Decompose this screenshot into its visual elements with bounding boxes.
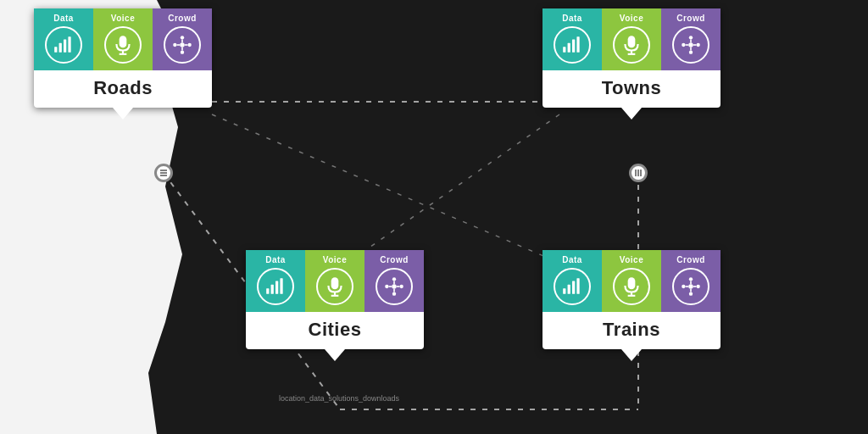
towns-voice-label: Voice — [620, 14, 643, 23]
svg-point-15 — [181, 36, 184, 39]
towns-voice-block: Voice — [602, 8, 661, 70]
cities-voice-icon — [316, 268, 353, 305]
svg-rect-58 — [576, 278, 579, 293]
towns-crowd-block: Crowd — [661, 8, 721, 70]
trains-title: Trains — [542, 312, 721, 349]
roads-data-icon — [45, 26, 82, 64]
roads-data-block: Data — [34, 8, 93, 70]
svg-rect-23 — [563, 47, 565, 52]
cities-voice-label: Voice — [323, 255, 347, 264]
svg-rect-8 — [59, 43, 62, 53]
svg-rect-55 — [563, 288, 565, 294]
svg-rect-39 — [266, 288, 269, 294]
cities-crowd-label: Crowd — [380, 255, 409, 264]
cities-pointer — [325, 349, 345, 361]
roads-title: Roads — [34, 70, 212, 108]
svg-point-49 — [385, 285, 388, 288]
svg-rect-59 — [628, 277, 636, 289]
trains-voice-block: Voice — [602, 250, 661, 312]
cities-data-label: Data — [265, 255, 286, 264]
svg-point-32 — [689, 51, 693, 54]
card-trains-icons: Data Voice Crowd — [542, 250, 721, 312]
card-towns: Data Voice Crowd — [542, 8, 721, 108]
towns-crowd-label: Crowd — [676, 14, 705, 23]
cities-crowd-block: Crowd — [364, 250, 424, 312]
svg-rect-42 — [280, 278, 282, 293]
cities-title: Cities — [246, 312, 424, 349]
svg-rect-10 — [68, 36, 70, 52]
trains-crowd-icon — [672, 268, 709, 305]
svg-point-62 — [688, 284, 693, 288]
svg-point-31 — [689, 36, 693, 39]
trains-pointer — [621, 349, 642, 361]
trains-voice-icon — [613, 268, 650, 305]
svg-point-30 — [688, 42, 693, 47]
trains-data-block: Data — [542, 250, 602, 312]
roads-voice-block: Voice — [93, 8, 153, 70]
svg-point-50 — [400, 285, 403, 288]
svg-point-17 — [173, 43, 176, 47]
svg-rect-11 — [120, 36, 127, 47]
svg-point-18 — [188, 43, 192, 47]
trains-voice-label: Voice — [620, 255, 643, 264]
roads-crowd-icon — [164, 26, 201, 64]
roads-voice-icon — [104, 26, 142, 64]
card-towns-icons: Data Voice Crowd — [542, 8, 721, 70]
trains-crowd-block: Crowd — [661, 250, 721, 312]
trains-crowd-label: Crowd — [676, 255, 705, 264]
svg-rect-43 — [331, 277, 339, 289]
node-roads — [154, 164, 173, 182]
towns-title: Towns — [542, 70, 721, 108]
cities-data-block: Data — [246, 250, 305, 312]
svg-point-34 — [697, 43, 700, 47]
svg-rect-40 — [271, 285, 274, 294]
card-cities-icons: Data Voice Crowd — [246, 250, 424, 312]
cities-data-icon — [257, 268, 294, 305]
svg-point-16 — [181, 51, 184, 54]
svg-point-47 — [392, 277, 396, 281]
towns-pointer — [621, 108, 642, 120]
towns-crowd-icon — [672, 26, 709, 64]
svg-rect-9 — [64, 40, 66, 53]
svg-rect-7 — [54, 47, 57, 52]
roads-crowd-block: Crowd — [153, 8, 212, 70]
roads-pointer — [113, 108, 133, 120]
subtitle-text: location_data_solutions_downloads — [246, 394, 432, 403]
trains-data-icon — [554, 268, 591, 305]
svg-point-14 — [180, 42, 184, 47]
svg-rect-24 — [568, 43, 570, 53]
cities-voice-block: Voice — [305, 250, 364, 312]
svg-rect-41 — [275, 281, 278, 294]
svg-point-33 — [682, 43, 685, 47]
svg-point-48 — [392, 292, 396, 296]
svg-point-46 — [392, 284, 396, 288]
roads-data-label: Data — [53, 14, 74, 23]
trains-data-label: Data — [562, 255, 582, 264]
svg-rect-26 — [576, 36, 579, 52]
card-trains: Data Voice Crowd — [542, 250, 721, 349]
cities-crowd-icon — [376, 268, 413, 305]
towns-data-label: Data — [562, 14, 582, 23]
towns-data-icon — [554, 26, 591, 64]
roads-voice-label: Voice — [111, 14, 135, 23]
svg-point-66 — [697, 285, 700, 288]
towns-data-block: Data — [542, 8, 602, 70]
card-cities: Data Voice Crowd — [246, 250, 424, 349]
card-roads: Data Voice Crowd — [34, 8, 212, 108]
svg-rect-25 — [572, 40, 575, 53]
svg-point-63 — [689, 277, 693, 281]
roads-crowd-label: Crowd — [168, 14, 197, 23]
node-towns — [629, 164, 648, 182]
svg-rect-57 — [572, 281, 575, 294]
towns-voice-icon — [613, 26, 650, 64]
svg-point-64 — [689, 292, 693, 296]
svg-rect-56 — [568, 285, 570, 294]
card-roads-icons: Data Voice Crowd — [34, 8, 212, 70]
svg-point-65 — [682, 285, 685, 288]
svg-rect-27 — [628, 36, 636, 47]
